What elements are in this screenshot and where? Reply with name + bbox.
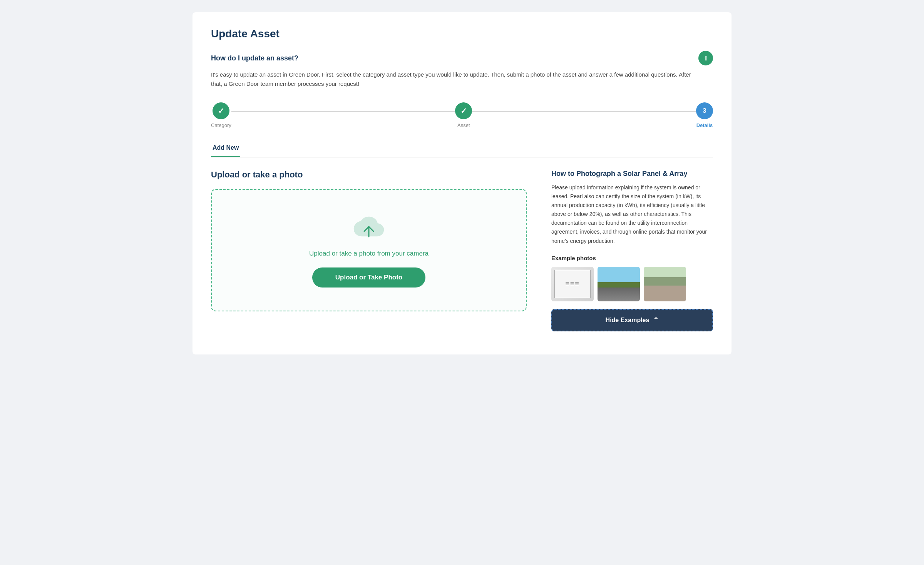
step-circle-asset: ✓ (455, 102, 472, 119)
step-asset: ✓ Asset (455, 102, 472, 128)
content-layout: Upload or take a photo Upload or take a … (211, 170, 713, 331)
hide-examples-label: Hide Examples (606, 317, 649, 324)
photo-document-preview (551, 267, 594, 301)
chevron-up-icon: ⌃ (653, 316, 659, 324)
upload-photo-button[interactable]: Upload or Take Photo (312, 267, 425, 288)
step-number-details: 3 (703, 107, 706, 114)
faq-section: How do I update an asset? ⇧ It's easy to… (211, 51, 713, 89)
faq-title: How do I update an asset? (211, 54, 298, 62)
guide-title: How to Photograph a Solar Panel & Array (551, 170, 713, 178)
chevron-up-icon: ⇧ (703, 55, 708, 62)
faq-header: How do I update an asset? ⇧ (211, 51, 713, 65)
hide-examples-button[interactable]: Hide Examples ⌃ (551, 309, 713, 331)
step-circle-category: ✓ (213, 102, 229, 119)
cloud-upload-icon (353, 213, 384, 243)
upload-prompt-text: Upload or take a photo from your camera (309, 250, 429, 257)
step-label-details: Details (696, 122, 713, 128)
checkmark-icon-2: ✓ (460, 106, 467, 115)
examples-label: Example photos (551, 255, 713, 261)
photo-house2-preview (644, 267, 686, 301)
upload-dropzone[interactable]: Upload or take a photo from your camera … (211, 189, 527, 311)
faq-toggle-button[interactable]: ⇧ (698, 51, 713, 65)
example-photos-container (551, 267, 713, 301)
tabs-row: Add New (211, 140, 713, 157)
step-details: 3 Details (696, 102, 713, 128)
step-label-asset: Asset (457, 122, 470, 128)
example-photo-1 (551, 267, 594, 301)
example-photo-3 (644, 267, 686, 301)
step-label-category: Category (211, 122, 231, 128)
step-connector-1 (231, 111, 455, 112)
step-connector-2 (472, 111, 696, 112)
tab-add-new[interactable]: Add New (211, 140, 240, 157)
faq-body: It's easy to update an asset in Green Do… (211, 70, 696, 89)
guide-column: How to Photograph a Solar Panel & Array … (551, 170, 713, 331)
photo-house1-preview (598, 267, 640, 301)
page-container: Update Asset How do I update an asset? ⇧… (192, 12, 732, 354)
step-category: ✓ Category (211, 102, 231, 128)
stepper: ✓ Category ✓ Asset 3 Details (211, 102, 713, 128)
guide-body: Please upload information explaining if … (551, 183, 713, 246)
page-title: Update Asset (211, 28, 713, 40)
checkmark-icon: ✓ (218, 106, 224, 115)
step-circle-details: 3 (696, 102, 713, 119)
example-photo-2 (598, 267, 640, 301)
upload-column: Upload or take a photo Upload or take a … (211, 170, 527, 311)
upload-section-title: Upload or take a photo (211, 170, 527, 180)
